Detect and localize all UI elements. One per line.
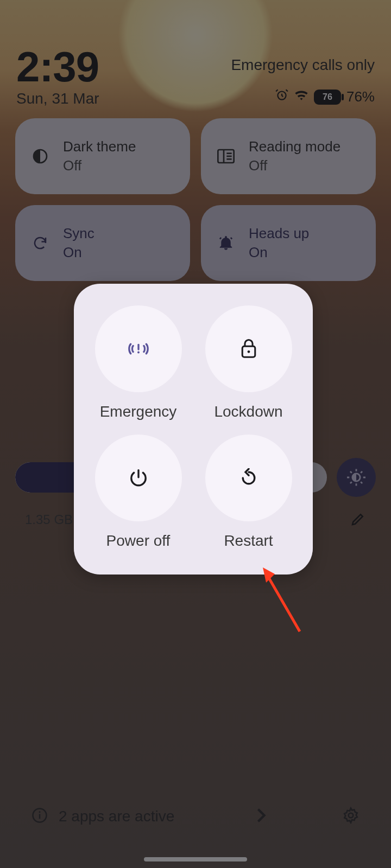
power-menu-restart[interactable]: Restart [196, 435, 301, 558]
power-menu-label: Restart [224, 532, 273, 550]
power-menu: Emergency Lockdown Power off [74, 284, 313, 575]
power-icon [129, 468, 148, 488]
power-menu-label: Emergency [100, 403, 177, 420]
power-menu-power-off[interactable]: Power off [86, 435, 191, 558]
power-menu-emergency[interactable]: Emergency [86, 305, 191, 429]
lock-icon [239, 338, 258, 360]
power-menu-label: Lockdown [214, 403, 282, 420]
power-menu-label: Power off [106, 532, 171, 550]
power-menu-lockdown[interactable]: Lockdown [196, 305, 301, 429]
emergency-icon [127, 337, 150, 361]
svg-point-12 [137, 352, 140, 354]
restart-icon [239, 468, 258, 488]
svg-point-14 [247, 350, 250, 353]
